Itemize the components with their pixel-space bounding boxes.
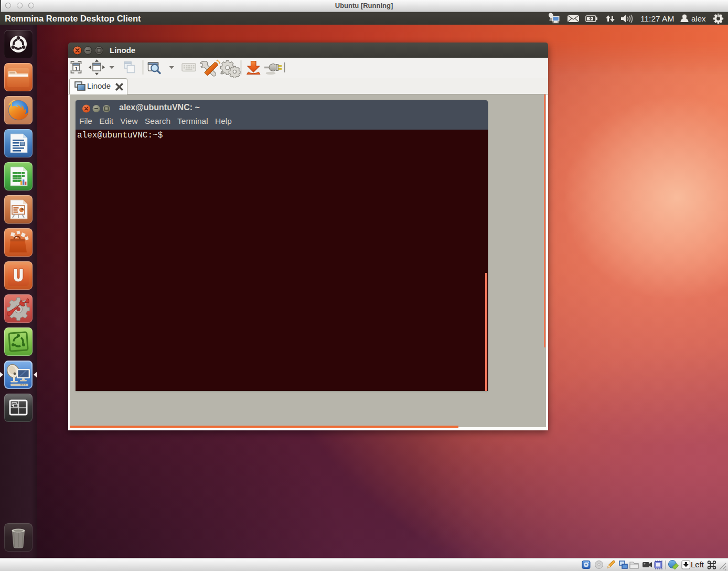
svg-text:1: 1 (75, 66, 78, 71)
